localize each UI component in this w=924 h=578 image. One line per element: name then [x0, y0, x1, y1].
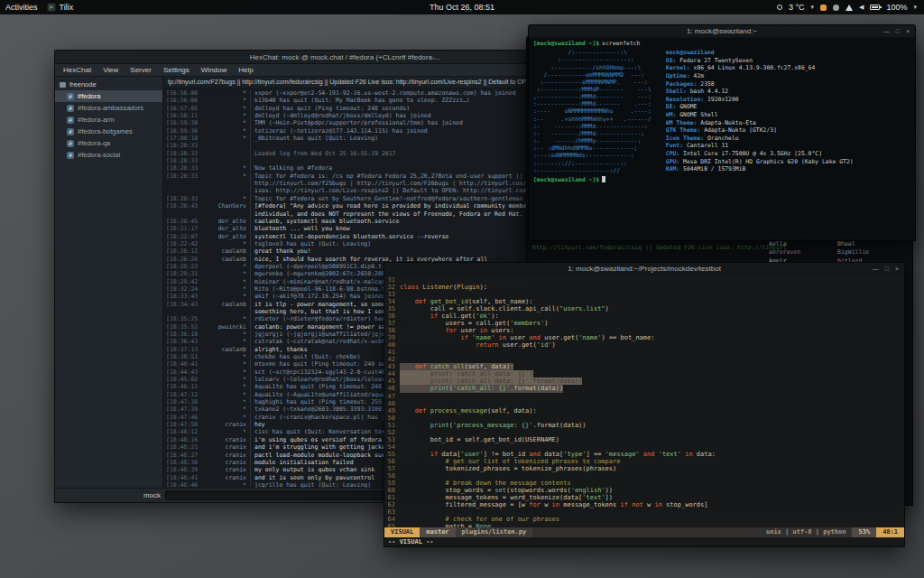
command-text: screenfetch	[602, 40, 640, 47]
line-number: 49	[384, 407, 400, 415]
sysinfo-value: 42m	[694, 72, 705, 79]
code-line: 54	[384, 443, 904, 451]
screenfetch-terminal-window: 1: mock@swaziland:~ — □ × [mock@swazilan…	[528, 24, 916, 241]
activities-button[interactable]: Activities	[5, 3, 38, 12]
nick: *	[198, 135, 250, 142]
nick: *	[198, 360, 250, 368]
sysinfo-label: WM Theme:	[666, 119, 700, 126]
shell-prompt: [mock@swaziland ~]$	[533, 40, 599, 47]
menu-server[interactable]: Server	[130, 66, 152, 74]
chevron-down-icon: ▾	[811, 4, 815, 11]
channel-item-fedora-arm[interactable]: ##fedora-arm	[55, 114, 162, 126]
app-indicator-icon-2[interactable]	[833, 5, 839, 11]
vim-titlebar[interactable]: 1: mock@swaziland:~/Projects/mockdev/tes…	[384, 263, 904, 275]
code-segment: w	[541, 501, 552, 508]
code-text	[400, 508, 403, 516]
line-number: 38	[384, 327, 400, 334]
focused-app-menu[interactable]: > Tilix	[47, 3, 74, 12]
menu-hexchat[interactable]: HexChat	[63, 66, 91, 74]
nick: *	[198, 164, 250, 172]
code-segment: user.get(	[541, 334, 578, 341]
menu-help[interactable]: Help	[238, 66, 253, 74]
code-line: 41	[384, 349, 904, 356]
code-line: 42	[384, 356, 904, 363]
channel-item-fedora-ambassadors[interactable]: ##fedora-ambassadors	[55, 102, 162, 114]
code-segment: if	[620, 501, 627, 508]
sysinfo-label: WM:	[666, 111, 679, 118]
battery-percent: 100%	[886, 3, 907, 12]
line-number: 44	[384, 370, 400, 378]
line-number: 55	[384, 451, 400, 458]
minimize-icon[interactable]: —	[873, 266, 879, 272]
sysinfo-value: Intel Core i7-7500U @ 4x 3.5GHz [25.0°C]	[683, 150, 822, 157]
code-segment: 'text'	[582, 494, 605, 501]
nick: *	[198, 285, 250, 293]
app-indicator-icon[interactable]	[820, 5, 827, 11]
timestamp: [18:20:33]	[163, 157, 198, 164]
channel-item-fedora-qa[interactable]: ##fedora-qa	[55, 137, 162, 149]
channel-tree[interactable]: freenode##fedora##fedora-ambassadors##fe…	[55, 77, 163, 488]
code-segment: in	[552, 501, 559, 508]
terminal-titlebar[interactable]: 1: mock@swaziland:~ — □ ×	[529, 25, 915, 38]
menu-window[interactable]: Window	[201, 66, 226, 74]
channel-item-fedora[interactable]: ##fedora	[55, 90, 162, 102]
menu-settings[interactable]: Settings	[163, 66, 189, 74]
nick: caolanb	[198, 346, 250, 353]
code-segment: not	[632, 501, 643, 508]
nick: caolanb	[198, 247, 250, 255]
sysinfo-row: Uptime: 42m	[666, 72, 854, 80]
sysinfo-value: 5044MiB / 15793MiB	[683, 165, 745, 172]
irc-nick: BigWillie	[837, 248, 876, 256]
menu-view[interactable]: View	[103, 66, 118, 74]
line-number: 56	[384, 458, 400, 465]
code-text	[400, 349, 403, 356]
code-segment: 'type'	[563, 451, 586, 458]
vim-terminal-window: 1: mock@swaziland:~/Projects/mockdev/tes…	[383, 262, 905, 547]
channel-item-fedora-social[interactable]: ##fedora-social	[55, 149, 162, 161]
sysinfo-label: Kernel:	[666, 64, 694, 71]
own-nick-label[interactable]: mock	[60, 491, 161, 499]
timestamp: [18:36:10]	[163, 331, 198, 338]
maximize-icon[interactable]: □	[896, 28, 900, 34]
code-segment: users:	[487, 327, 514, 334]
line-number: 43	[384, 363, 400, 370]
terminal-content[interactable]: [mock@swaziland ~]$screenfetch /:-------…	[529, 38, 915, 240]
timestamp: [18:20:33]	[163, 164, 198, 172]
code-line: 50	[384, 415, 904, 422]
system-status-area[interactable]: 3 °C ▾ ◀ 100% ▾	[777, 3, 924, 12]
sysinfo-value: 2358	[700, 80, 714, 88]
vim-code[interactable]: 31 32class Listener(Plugin):33 34 def ge…	[384, 275, 904, 527]
close-icon[interactable]: ×	[906, 28, 910, 34]
nick: *	[198, 353, 250, 360]
code-segment: in	[685, 451, 692, 458]
line-number: 50	[384, 415, 400, 422]
code-text	[400, 429, 403, 436]
code-line: 55 if data['user'] != bot_id and data['t…	[384, 451, 904, 458]
code-segment: 'ok'	[476, 312, 491, 320]
nick	[198, 150, 250, 157]
nick: *	[198, 172, 250, 180]
timestamp	[163, 180, 198, 187]
timestamp: [16:59:36]	[163, 127, 198, 135]
timestamp: [18:48:46]	[163, 481, 198, 488]
code-line: 40 return user.get('id')	[384, 341, 904, 349]
close-icon[interactable]: ×	[895, 266, 899, 272]
code-segment: w	[643, 501, 655, 508]
nick: *	[198, 97, 250, 104]
code-segment: (self, data):	[465, 363, 514, 370]
network-row[interactable]: freenode	[55, 79, 162, 90]
minimize-icon[interactable]: —	[883, 28, 890, 34]
code-text: print('catch_all: {}'.format(data))	[400, 385, 563, 392]
code-segment: message_tokens	[559, 501, 620, 508]
channel-item-fedora-botgames[interactable]: ##fedora-botgames	[55, 126, 162, 137]
code-segment: get_bot_id	[430, 298, 468, 305]
code-segment: print('catch_all data: {}')	[400, 370, 533, 378]
code-line: 31	[384, 276, 904, 284]
code-segment: ))	[605, 487, 613, 494]
maximize-icon[interactable]: □	[885, 266, 889, 272]
code-text	[400, 291, 403, 298]
code-segment: message_tokens = word_tokenize(data[	[400, 494, 582, 501]
code-segment: def	[415, 298, 430, 305]
timestamp: [18:29:31]	[163, 270, 198, 277]
network-folder-icon	[60, 82, 66, 88]
